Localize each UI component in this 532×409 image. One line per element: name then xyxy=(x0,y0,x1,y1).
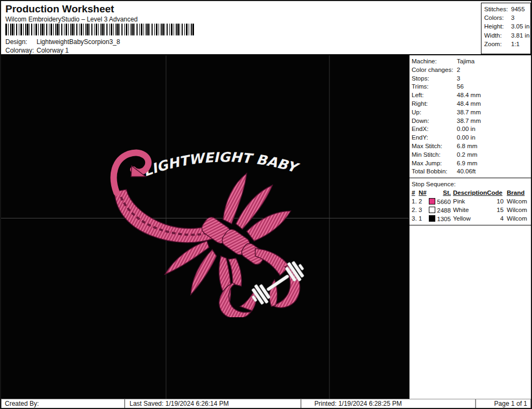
design-label: Design: xyxy=(5,38,37,46)
embroidery-design-graphic: LIGHTWEIGHT BABY xyxy=(100,145,313,317)
header: Production Worksheet Wilcom EmbroiderySt… xyxy=(1,1,531,55)
colorway-row: Colorway: Colorway 1 xyxy=(5,47,69,54)
machine-info-panel: Machine:Tajima Color changes:2 Stops:3 T… xyxy=(409,55,531,399)
page-number-cell: Page 1 of 1 xyxy=(476,399,531,408)
design-stats-box: Stitches: 9455 Colors: 3 Height: 3.05 in… xyxy=(481,3,531,54)
printed-cell: Printed: 1/19/2024 6:28:25 PM xyxy=(301,399,476,408)
stat-width: Width: 3.81 in xyxy=(484,31,530,40)
thread-swatch-pink xyxy=(429,198,435,204)
design-text: LIGHTWEIGHT BABY xyxy=(141,149,301,179)
last-saved-cell: Last Saved: 1/19/2024 6:26:14 PM xyxy=(125,399,301,408)
design-name-value: LightweightBabyScorpion3_8 xyxy=(37,38,120,46)
design-canvas: LIGHTWEIGHT BABY xyxy=(1,55,409,399)
table-row: 2. 3 2488 White 15 Wilcom xyxy=(412,206,530,214)
stat-stitches: Stitches: 9455 xyxy=(484,5,530,13)
design-row: Design: LightweightBabyScorpion3_8 xyxy=(5,38,120,46)
stat-colors: Colors: 3 xyxy=(484,13,530,22)
stat-height: Height: 3.05 in xyxy=(484,22,530,31)
stop-sequence-section: Stop Sequence: # N# St. Description Code… xyxy=(409,178,531,225)
production-worksheet-page: Production Worksheet Wilcom EmbroiderySt… xyxy=(0,0,532,409)
scorpion-graphic xyxy=(114,153,300,317)
stop-sequence-header-row: # N# St. Description Code Brand xyxy=(412,188,530,197)
grid-line-vertical-2 xyxy=(329,55,330,399)
table-row: 3. 1 1305 Yellow 4 Wilcom xyxy=(412,214,530,223)
colorway-label: Colorway: xyxy=(5,47,37,54)
created-by-cell: Created By: xyxy=(1,399,125,408)
design-barcode xyxy=(5,24,195,35)
app-subtitle: Wilcom EmbroideryStudio – Level 3 Advanc… xyxy=(5,16,138,23)
machine-info-list: Machine:Tajima Color changes:2 Stops:3 T… xyxy=(409,55,531,178)
stat-zoom: Zoom: 1:1 xyxy=(484,40,530,48)
colorway-value: Colorway 1 xyxy=(37,47,69,54)
stop-sequence-table: # N# St. Description Code Brand 1. 2 566… xyxy=(412,188,530,223)
stop-sequence-title: Stop Sequence: xyxy=(412,180,530,188)
thread-swatch-white xyxy=(429,207,435,213)
page-title: Production Worksheet xyxy=(5,3,114,15)
thread-swatch-black xyxy=(429,215,435,222)
table-row: 1. 2 5660 Pink 10 Wilcom xyxy=(412,197,530,206)
footer-bar: Created By: Last Saved: 1/19/2024 6:26:1… xyxy=(1,399,531,408)
